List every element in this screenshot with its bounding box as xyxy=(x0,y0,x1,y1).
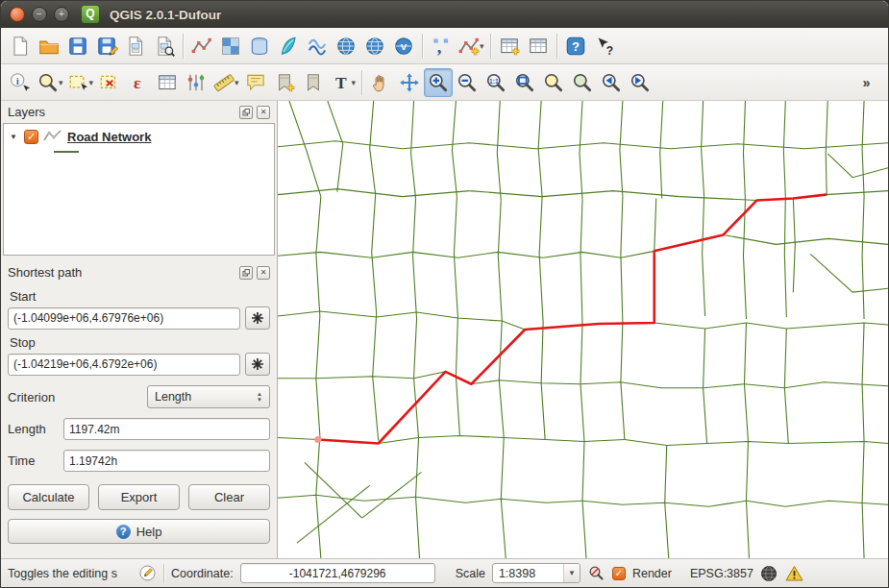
help-contents-button[interactable]: ? xyxy=(561,32,590,61)
feature-action-button[interactable]: ▾ xyxy=(35,68,65,97)
capture-start-point-button[interactable] xyxy=(245,306,270,330)
layers-panel-float-button[interactable] xyxy=(239,106,253,119)
messages-button[interactable] xyxy=(785,564,803,582)
text-annotation-button[interactable]: T▾ xyxy=(328,68,358,97)
add-wfs-layer-button[interactable]: V xyxy=(389,32,418,61)
shortest-path-float-button[interactable] xyxy=(239,266,253,280)
select-features-button[interactable]: ▾ xyxy=(65,68,96,97)
time-output[interactable] xyxy=(63,450,270,472)
crs-status-button[interactable] xyxy=(760,564,778,582)
toolbar-separator xyxy=(490,34,491,59)
zoom-in-button[interactable] xyxy=(424,68,453,97)
field-calculator-button[interactable] xyxy=(182,68,210,97)
whats-this-button[interactable]: ? xyxy=(590,32,619,61)
zoom-to-selection-icon xyxy=(542,71,565,94)
feature-action-button-dropdown[interactable]: ▾ xyxy=(59,78,63,87)
layer-visibility-checkbox[interactable]: ✓ xyxy=(24,130,38,144)
render-checkbox[interactable]: ✓ xyxy=(612,567,626,580)
layer-expander-icon[interactable]: ▼ xyxy=(10,133,19,141)
capture-stop-point-button[interactable] xyxy=(245,353,270,376)
identify-features-button[interactable]: i xyxy=(6,68,35,97)
open-project-icon xyxy=(37,35,61,58)
scale-dropdown-arrow[interactable]: ▼ xyxy=(563,564,580,582)
road-network-lines xyxy=(278,101,888,558)
measure-button[interactable]: ▾ xyxy=(210,68,241,97)
zoom-full-button[interactable] xyxy=(510,68,539,97)
window-maximize-button[interactable]: + xyxy=(54,7,69,22)
map-canvas[interactable] xyxy=(278,101,888,558)
window-minimize-button[interactable]: − xyxy=(32,7,47,22)
stop-input[interactable] xyxy=(8,354,240,376)
pan-to-selection-button[interactable] xyxy=(395,68,424,97)
add-wms-layer-button[interactable] xyxy=(332,32,360,61)
toolbar-overflow-button[interactable]: » xyxy=(854,68,883,97)
add-vector-layer-button[interactable] xyxy=(187,32,216,61)
new-project-button[interactable] xyxy=(6,32,35,61)
open-attribute-table-button[interactable] xyxy=(153,68,182,97)
layers-panel-close-button[interactable]: ✕ xyxy=(257,106,270,119)
new-bookmark-button[interactable] xyxy=(270,68,299,97)
layer-item-road-network[interactable]: ▼ ✓ Road Network xyxy=(10,129,268,145)
calculate-button[interactable]: Calculate xyxy=(8,484,89,510)
layer-label[interactable]: Road Network xyxy=(67,130,151,144)
scale-combobox[interactable]: 1:8398 ▼ xyxy=(492,563,580,583)
shortest-path-close-button[interactable]: ✕ xyxy=(257,266,270,280)
shortest-path-title: Shortest path xyxy=(8,265,82,280)
text-annotation-button-dropdown[interactable]: ▾ xyxy=(352,78,357,87)
save-project-as-button[interactable] xyxy=(92,32,121,61)
render-label: Render xyxy=(632,567,672,580)
window-close-button[interactable] xyxy=(10,7,25,22)
export-button[interactable]: Export xyxy=(98,484,180,510)
toolbar-separator xyxy=(556,34,557,59)
show-bookmarks-button[interactable] xyxy=(299,68,328,97)
remove-layer-button[interactable] xyxy=(524,32,553,61)
add-mssql-layer-button[interactable] xyxy=(303,32,332,61)
zoom-last-icon xyxy=(600,71,623,94)
save-project-button[interactable] xyxy=(63,32,92,61)
new-project-icon xyxy=(9,35,32,58)
zoom-last-button[interactable] xyxy=(597,68,626,97)
zoom-to-layer-button[interactable] xyxy=(568,68,597,97)
combo-spin-arrows-icon[interactable]: ▲▼ xyxy=(257,391,262,403)
svg-text:?: ? xyxy=(572,39,580,54)
new-spatialite-layer-button[interactable] xyxy=(495,32,524,61)
coordinate-input[interactable] xyxy=(240,563,435,583)
add-wcs-layer-button[interactable] xyxy=(360,32,389,61)
svg-text:1:1: 1:1 xyxy=(489,77,499,84)
measure-button-dropdown[interactable]: ▾ xyxy=(235,78,239,87)
zoom-out-button[interactable] xyxy=(453,68,482,97)
editing-status-icon[interactable] xyxy=(138,564,157,582)
start-input[interactable] xyxy=(8,307,240,330)
length-output[interactable] xyxy=(63,418,270,440)
clear-button[interactable]: Clear xyxy=(188,484,270,510)
time-label: Time xyxy=(8,453,58,468)
help-button[interactable]: ? Help xyxy=(8,519,270,544)
new-shapefile-layer-button[interactable]: ▾ xyxy=(456,32,486,61)
map-tips-button[interactable] xyxy=(241,68,270,97)
zoom-native-button[interactable]: 1:1 xyxy=(482,68,510,97)
new-print-composer-button[interactable] xyxy=(121,32,150,61)
layers-tree[interactable]: ▼ ✓ Road Network xyxy=(3,123,275,256)
deselect-features-button[interactable] xyxy=(95,68,124,97)
pan-map-button[interactable] xyxy=(366,68,395,97)
map-svg xyxy=(278,101,888,558)
composer-manager-button[interactable] xyxy=(150,32,179,61)
help-contents-icon: ? xyxy=(564,35,587,58)
stop-rendering-button[interactable] xyxy=(587,564,605,582)
select-by-expression-button[interactable]: ε xyxy=(124,68,153,97)
new-shapefile-layer-button-dropdown[interactable]: ▾ xyxy=(480,41,484,51)
zoom-next-button[interactable] xyxy=(626,68,654,97)
zoom-to-selection-button[interactable] xyxy=(539,68,568,97)
title-bar[interactable]: − + Q QGIS 2.0.1-Dufour xyxy=(1,1,888,28)
zoom-next-icon xyxy=(629,71,652,94)
add-spatialite-layer-button[interactable] xyxy=(274,32,303,61)
open-project-button[interactable] xyxy=(35,32,63,61)
map-tips-icon xyxy=(244,71,267,94)
select-features-button-dropdown[interactable]: ▾ xyxy=(89,78,94,87)
add-postgis-layer-button[interactable] xyxy=(245,32,274,61)
toolbar-separator xyxy=(183,34,184,59)
add-delimited-text-layer-button[interactable]: , xyxy=(427,32,456,61)
criterion-combobox[interactable]: Length ▲▼ xyxy=(147,385,270,408)
add-postgis-layer-icon xyxy=(248,35,271,58)
add-raster-layer-button[interactable] xyxy=(216,32,245,61)
